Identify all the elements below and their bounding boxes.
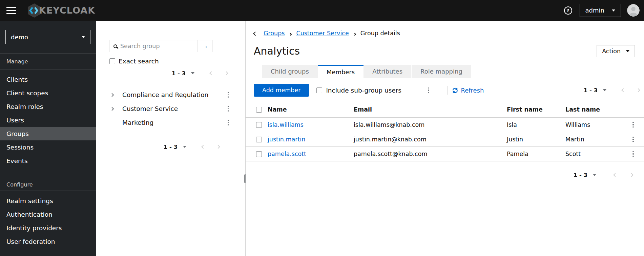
exact-search-checkbox[interactable] [109,58,115,64]
member-last-name: Williams [565,121,622,128]
tab-child-groups[interactable]: Child groups [262,65,318,78]
group-details-panel: Groups Customer Service Group details An… [246,21,644,256]
masthead: KEYCLOAK ? admin [0,0,644,21]
group-name[interactable]: Compliance and Regulation [122,91,208,98]
table-row: isla.williams isla.williams@knab.com Isl… [246,118,644,132]
chevron-down-icon[interactable] [593,174,596,176]
row-checkbox[interactable] [256,151,262,157]
row-kebab-menu-icon[interactable] [631,150,635,158]
prev-page-icon[interactable] [201,145,205,149]
breadcrumb-link-groups[interactable]: Groups [264,30,285,37]
user-menu-dropdown[interactable]: admin [580,4,621,17]
sidebar-item-user-federation[interactable]: User federation [0,235,96,248]
tab-role-mapping[interactable]: Role mapping [411,65,471,78]
member-name-link[interactable]: pamela.scott [268,151,354,157]
prev-page-icon[interactable] [621,88,625,92]
exact-search-label: Exact search [119,58,159,65]
next-page-icon[interactable] [629,173,633,177]
tree-item: Marketing [96,116,245,130]
include-subgroup-checkbox[interactable] [316,87,322,93]
divider [104,84,237,84]
kebab-menu-icon[interactable] [227,119,230,126]
page-title: Analytics [254,44,644,58]
search-submit-button[interactable]: → [197,40,213,52]
row-kebab-menu-icon[interactable] [631,121,635,129]
kebab-menu-icon[interactable] [227,91,230,99]
sidebar-item-authentication[interactable]: Authentication [0,208,96,221]
nav-toggle-hamburger-icon[interactable] [6,7,16,14]
nav-section-configure: Configure [0,178,96,191]
members-table: Name Email First name Last name isla.wil… [246,102,644,161]
pagination-range: 1 - 3 [584,87,598,94]
prev-page-icon[interactable] [209,71,213,75]
sidebar-item-groups[interactable]: Groups [0,127,96,140]
action-dropdown[interactable]: Action [597,45,635,57]
row-checkbox[interactable] [256,137,262,142]
select-all-checkbox[interactable] [256,107,262,113]
member-email: pamela.scott@knab.com [354,151,507,157]
sidebar-item-sessions[interactable]: Sessions [0,140,96,154]
help-icon[interactable]: ? [564,6,572,15]
column-header-name: Name [268,106,354,113]
column-header-last-name: Last name [565,106,622,113]
username: admin [585,7,604,14]
refresh-button[interactable]: Refresh [452,87,484,94]
keycloak-logo: KEYCLOAK [27,3,95,18]
groups-pagination-bottom: 1 - 3 [96,142,245,151]
add-member-button[interactable]: Add member [254,84,309,97]
tab-attributes[interactable]: Attributes [363,65,411,78]
expand-toggle[interactable] [111,94,118,96]
chevron-down-icon[interactable] [183,146,186,148]
member-email: isla.williams@knab.com [354,121,507,128]
column-header-first-name: First name [507,106,565,113]
breadcrumb-link-customer-service[interactable]: Customer Service [296,30,349,37]
toolbar-kebab-menu-icon[interactable] [427,86,430,94]
chevron-down-icon [612,9,615,12]
sidebar-item-events[interactable]: Events [0,154,96,168]
search-group-input[interactable] [120,43,194,50]
arrow-right-icon: → [202,42,208,50]
column-header-email: Email [354,106,507,113]
breadcrumb-current: Group details [360,30,400,37]
brand-text: KEYCLOAK [39,5,95,16]
chevron-left-icon [253,32,257,36]
next-page-icon[interactable] [224,71,228,75]
realm-selector-value: demo [11,34,28,41]
member-name-link[interactable]: justin.martin [268,136,354,143]
member-email: justin.martin@knab.com [354,136,507,143]
pagination-range: 1 - 3 [172,70,186,77]
members-pagination-bottom: 1 - 3 [246,171,644,179]
next-page-icon[interactable] [636,88,640,92]
breadcrumb: Groups Customer Service Group details [254,30,644,37]
sidebar-item-realm-roles[interactable]: Realm roles [0,100,96,113]
sidebar-item-users[interactable]: Users [0,113,96,127]
prev-page-icon[interactable] [613,173,617,177]
divider [448,86,448,95]
sidebar-item-realm-settings[interactable]: Realm settings [0,194,96,208]
tree-item: Compliance and Regulation [96,88,245,102]
tree-item: Customer Service [96,102,245,116]
pagination-range: 1 - 3 [574,172,587,178]
member-last-name: Scott [565,151,622,157]
tab-bar: Child groups Members Attributes Role map… [246,65,644,78]
row-checkbox[interactable] [256,122,262,128]
sidebar-item-client-scopes[interactable]: Client scopes [0,86,96,100]
expand-toggle[interactable] [111,107,118,110]
avatar[interactable] [627,4,640,17]
chevron-down-icon[interactable] [191,72,194,74]
next-page-icon[interactable] [216,145,220,149]
member-name-link[interactable]: isla.williams [268,121,354,128]
kebab-menu-icon[interactable] [227,105,230,113]
group-name[interactable]: Marketing [122,119,153,126]
row-kebab-menu-icon[interactable] [631,136,635,143]
group-name[interactable]: Customer Service [122,105,178,112]
sidebar-item-identity-providers[interactable]: Identity providers [0,221,96,235]
chevron-down-icon[interactable] [603,89,606,91]
tab-members[interactable]: Members [318,65,363,78]
sidebar-item-clients[interactable]: Clients [0,73,96,86]
refresh-icon [452,87,458,93]
breadcrumb-back-button[interactable] [254,30,257,37]
chevron-right-icon [289,30,291,37]
member-first-name: Justin [507,136,565,143]
realm-selector[interactable]: demo [5,30,90,44]
